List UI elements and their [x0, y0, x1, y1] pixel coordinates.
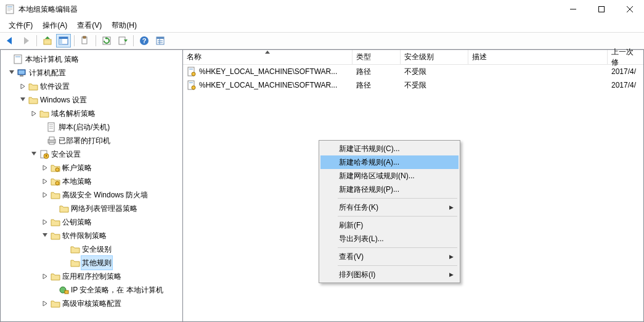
menu-new-cert-rule[interactable]: 新建证书规则(C)...	[320, 142, 459, 155]
menu-separator	[338, 265, 457, 266]
menu-view[interactable]: 查看(V)	[72, 19, 107, 32]
tree-label: 脚本(启动/关机)	[57, 120, 111, 134]
toolbar: ?	[0, 32, 644, 49]
menu-action[interactable]: 操作(A)	[38, 19, 72, 32]
tree-netlist[interactable]: 网络列表管理器策略	[1, 202, 182, 215]
tree-adv-audit[interactable]: 高级审核策略配置	[1, 297, 182, 310]
tree-label: 其他规则	[81, 255, 113, 270]
folder-icon	[50, 191, 61, 199]
tree-account-policies[interactable]: 帐户策略	[1, 161, 182, 175]
menu-export-list[interactable]: 导出列表(L)...	[320, 232, 459, 246]
tree-app-control[interactable]: 应用程序控制策略	[1, 270, 182, 283]
list-row[interactable]: %HKEY_LOCAL_MACHINE\SOFTWAR...路径不受限2017/…	[183, 65, 643, 78]
svg-marker-36	[20, 97, 25, 101]
tree-twisty[interactable]	[40, 301, 50, 307]
tree-label: 应用程序控制策略	[61, 270, 123, 283]
properties-button[interactable]	[153, 34, 168, 47]
menu-all-tasks[interactable]: 所有任务(K)	[320, 200, 459, 214]
tree-ipsec[interactable]: IP 安全策略，在 本地计算机	[1, 283, 182, 297]
menu-help[interactable]: 帮助(H)	[107, 19, 142, 32]
tree-local-policies[interactable]: 本地策略	[1, 175, 182, 188]
tree-twisty[interactable]	[40, 179, 50, 184]
forward-button[interactable]	[18, 34, 33, 47]
menu-arrange-icons[interactable]: 排列图标(I)	[320, 268, 459, 281]
minimize-button[interactable]	[559, 0, 587, 19]
tree-label: 安全级别	[81, 242, 113, 256]
column-name[interactable]: 名称	[183, 50, 353, 64]
folder-lock-icon	[50, 163, 61, 172]
svg-rect-44	[49, 142, 54, 144]
tree-twisty[interactable]	[40, 274, 50, 279]
list-pane: 名称 类型 安全级别 描述 上一次修 %HKEY_LOCAL_MACHINE\S…	[183, 49, 644, 322]
svg-rect-33	[18, 70, 25, 74]
svg-rect-1	[7, 6, 12, 7]
ipsec-icon	[59, 285, 70, 295]
svg-rect-3	[7, 9, 12, 10]
show-hide-tree-button[interactable]	[56, 34, 71, 47]
tree-nrp[interactable]: 域名解析策略	[1, 107, 182, 120]
tree-twisty[interactable]	[40, 192, 50, 198]
tree-twisty[interactable]	[40, 220, 50, 225]
svg-marker-12	[45, 36, 50, 39]
tree-srp[interactable]: 软件限制策略	[1, 229, 182, 242]
up-button[interactable]	[40, 34, 55, 47]
tree-twisty[interactable]	[29, 152, 39, 157]
column-description[interactable]: 描述	[468, 50, 608, 64]
column-last-modified[interactable]: 上一次修	[608, 50, 643, 64]
svg-rect-61	[189, 68, 193, 70]
menu-new-netzone-rule[interactable]: 新建网络区域规则(N)...	[320, 169, 459, 183]
folder-lock-icon	[50, 177, 61, 186]
tree-twisty[interactable]	[7, 70, 17, 76]
back-button[interactable]	[2, 34, 17, 47]
tree-security-settings[interactable]: 安全设置	[1, 147, 182, 161]
maximize-button[interactable]	[587, 0, 616, 19]
cell-name: %HKEY_LOCAL_MACHINE\SOFTWAR...	[183, 67, 353, 76]
column-label: 名称	[187, 52, 202, 62]
refresh-button[interactable]	[99, 34, 114, 47]
tree-label: 安全设置	[50, 147, 82, 161]
list-row[interactable]: %HKEY_LOCAL_MACHINE\SOFTWAR...路径不受限2017/…	[183, 78, 643, 92]
tree-printers[interactable]: 已部署的打印机	[1, 134, 182, 147]
tree-twisty[interactable]	[29, 111, 39, 117]
menu-file[interactable]: 文件(F)	[4, 19, 38, 32]
tree-scripts[interactable]: 脚本(启动/关机)	[1, 120, 182, 134]
help-button[interactable]: ?	[137, 34, 152, 47]
folder-icon	[28, 96, 39, 104]
svg-marker-53	[43, 192, 47, 197]
tree-adv-firewall[interactable]: 高级安全 Windows 防火墙	[1, 188, 182, 202]
tree-root[interactable]: 本地计算机 策略	[1, 52, 182, 66]
list-body[interactable]: %HKEY_LOCAL_MACHINE\SOFTWAR...路径不受限2017/…	[183, 65, 643, 92]
svg-marker-9	[7, 37, 12, 44]
menu-view[interactable]: 查看(V)	[320, 250, 459, 263]
folder-open-icon	[70, 258, 81, 267]
menu-new-path-rule[interactable]: 新建路径规则(P)...	[320, 183, 459, 196]
menu-new-hash-rule[interactable]: 新建哈希规则(A)...	[320, 155, 459, 169]
tree-label: 本地计算机 策略	[24, 52, 80, 66]
menu-refresh[interactable]: 刷新(F)	[320, 218, 459, 232]
tree-twisty[interactable]	[40, 233, 50, 239]
folder-icon	[50, 218, 61, 226]
column-security-level[interactable]: 安全级别	[401, 50, 468, 64]
folder-icon	[50, 272, 61, 281]
tree-public-key[interactable]: 公钥策略	[1, 215, 182, 229]
cell-text: %HKEY_LOCAL_MACHINE\SOFTWAR...	[199, 67, 337, 76]
menu-separator	[338, 247, 457, 248]
svg-rect-43	[49, 137, 54, 140]
tree-windows-settings[interactable]: Windows 设置	[1, 93, 182, 107]
tree-sec-levels[interactable]: 安全级别	[1, 242, 182, 256]
close-button[interactable]	[616, 0, 644, 19]
tree-twisty[interactable]	[18, 84, 28, 89]
tree-twisty[interactable]	[40, 165, 50, 171]
tree-other-rules[interactable]: 其他规则	[1, 256, 182, 270]
export-button[interactable]	[115, 34, 130, 47]
copy-button[interactable]	[78, 34, 92, 47]
tree-computer-config[interactable]: 计算机配置	[1, 66, 182, 80]
tree-software-settings[interactable]: 软件设置	[1, 80, 182, 93]
script-icon	[46, 122, 57, 132]
tree-twisty[interactable]	[18, 97, 28, 103]
svg-rect-20	[119, 37, 125, 44]
toolbar-separator	[96, 35, 96, 46]
tree-label: 网络列表管理器策略	[70, 202, 139, 215]
column-type[interactable]: 类型	[353, 50, 401, 64]
tree[interactable]: 本地计算机 策略 计算机配置 软件设置 Windows 设置 域名解析策	[1, 52, 182, 310]
